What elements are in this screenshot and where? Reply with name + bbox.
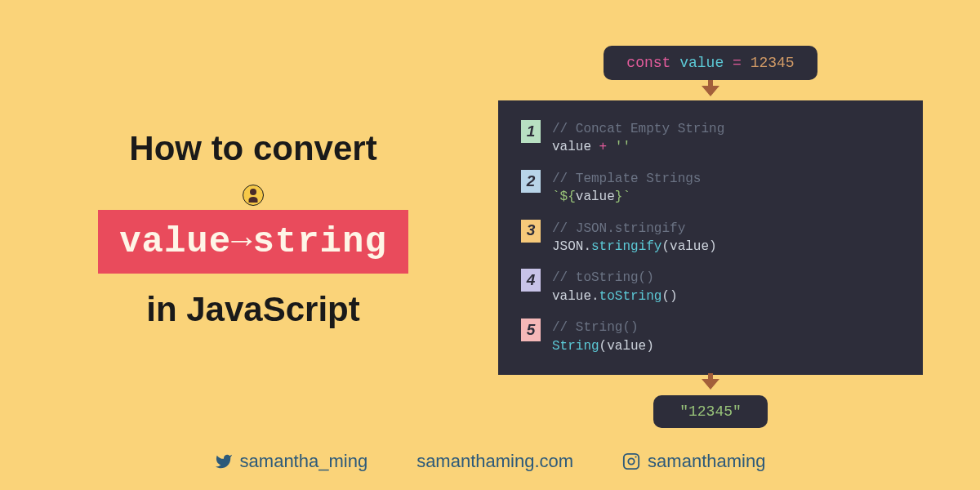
- code-comment: // toString(): [552, 269, 900, 287]
- method-number-badge: 1: [521, 120, 541, 143]
- title-block: How to convert value→string in JavaScrip…: [49, 129, 457, 345]
- method-row: 4 // toString() value.toString(): [521, 269, 900, 305]
- footer-socials: samantha_ming samanthaming.com samantham…: [0, 451, 980, 472]
- twitter-link[interactable]: samantha_ming: [215, 451, 368, 472]
- title-line-3: in JavaScript: [49, 290, 457, 329]
- method-row: 3 // JSON.stringify JSON.stringify(value…: [521, 220, 900, 256]
- code-line: value + '': [552, 138, 900, 156]
- twitter-handle: samantha_ming: [240, 451, 368, 472]
- code-flow: const value = 12345 1 // Concat Empty St…: [490, 46, 931, 428]
- svg-point-1: [628, 458, 634, 464]
- method-text: // Concat Empty String value + '': [552, 120, 900, 157]
- conversion-highlight: value→string: [98, 210, 408, 274]
- instagram-icon: [622, 452, 640, 470]
- method-row: 5 // String() String(value): [521, 318, 900, 355]
- operator: =: [733, 55, 742, 71]
- code-line: value.toString(): [552, 287, 900, 305]
- twitter-icon: [215, 452, 233, 470]
- num-literal: 12345: [751, 55, 795, 71]
- arrow-right-icon: →: [231, 222, 252, 261]
- instagram-link[interactable]: samanthaming: [622, 451, 765, 472]
- output-value: "12345": [653, 395, 768, 428]
- arrow-down-icon: [702, 379, 719, 390]
- method-row: 1 // Concat Empty String value + '': [521, 120, 900, 157]
- title-line-1: How to convert: [49, 129, 457, 168]
- avatar-icon: [49, 185, 457, 206]
- var-name: value: [679, 55, 724, 71]
- method-number-badge: 3: [521, 220, 541, 243]
- code-line: JSON.stringify(value): [552, 238, 900, 256]
- code-line: `${value}`: [552, 188, 900, 206]
- instagram-handle: samanthaming: [648, 451, 765, 472]
- method-row: 2 // Template Strings `${value}`: [521, 170, 900, 207]
- website-text: samanthaming.com: [416, 451, 573, 472]
- svg-rect-0: [624, 454, 639, 469]
- method-text: // JSON.stringify JSON.stringify(value): [552, 220, 900, 256]
- method-text: // toString() value.toString(): [552, 269, 900, 305]
- code-comment: // String(): [552, 318, 900, 336]
- methods-block: 1 // Concat Empty String value + '' 2 //…: [498, 100, 923, 375]
- from-value: value: [119, 221, 231, 262]
- method-number-badge: 4: [521, 269, 541, 292]
- code-comment: // Template Strings: [552, 170, 900, 188]
- arrow-down-icon: [702, 86, 719, 96]
- method-text: // String() String(value): [552, 318, 900, 355]
- code-comment: // Concat Empty String: [552, 120, 900, 138]
- code-line: String(value): [552, 337, 900, 355]
- method-number-badge: 5: [521, 318, 541, 341]
- to-value: string: [252, 221, 386, 262]
- svg-point-2: [635, 456, 637, 457]
- website-link[interactable]: samanthaming.com: [416, 451, 573, 472]
- method-number-badge: 2: [521, 170, 541, 193]
- code-declaration: const value = 12345: [604, 46, 817, 80]
- code-comment: // JSON.stringify: [552, 220, 900, 238]
- method-text: // Template Strings `${value}`: [552, 170, 900, 207]
- keyword-const: const: [626, 55, 670, 71]
